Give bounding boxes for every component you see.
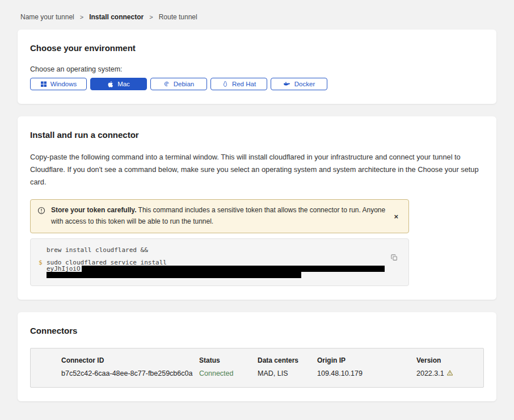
os-button-redhat[interactable]: Red Hat bbox=[210, 78, 267, 90]
connectors-title: Connectors bbox=[30, 326, 484, 335]
col-header-status: Status bbox=[199, 356, 258, 364]
cell-connector-id: b7c52c42-6caa-48ee-8c77-fbe259cb6c0a bbox=[61, 369, 199, 378]
os-button-docker[interactable]: Docker bbox=[271, 78, 327, 90]
token-prefix: eyJhIjoiO bbox=[47, 266, 81, 272]
alert-circle-icon bbox=[37, 207, 45, 219]
breadcrumb-route-tunnel[interactable]: Route tunnel bbox=[159, 13, 197, 21]
install-connector-card: Install and run a connector Copy-paste t… bbox=[18, 116, 496, 300]
cell-version: 2022.3.1 bbox=[416, 369, 478, 378]
os-select-label: Choose an operating system: bbox=[30, 65, 484, 73]
code-line-token-2 bbox=[39, 272, 401, 278]
version-warning-icon bbox=[446, 369, 453, 378]
code-line-token: eyJhIjoiO bbox=[39, 266, 401, 272]
col-header-origin-ip: Origin IP bbox=[317, 356, 416, 364]
col-header-connector-id: Connector ID bbox=[61, 356, 199, 364]
token-warning-banner: Store your token carefully. This command… bbox=[30, 199, 409, 233]
docker-logo-icon bbox=[283, 81, 291, 87]
shell-prompt: $ bbox=[39, 259, 47, 266]
redacted-token-bar bbox=[47, 272, 301, 278]
redacted-token-bar bbox=[82, 266, 385, 272]
apple-logo-icon bbox=[107, 81, 114, 88]
os-button-label: Red Hat bbox=[232, 81, 256, 87]
copy-command-button[interactable] bbox=[390, 254, 398, 263]
os-button-group: Windows Mac Debian Red Hat bbox=[30, 78, 484, 90]
os-button-windows[interactable]: Windows bbox=[30, 78, 87, 90]
code-line-brew: brew install cloudflared && bbox=[39, 247, 401, 253]
cell-origin-ip: 109.48.10.179 bbox=[317, 369, 416, 378]
debian-logo-icon bbox=[163, 81, 170, 87]
os-button-mac[interactable]: Mac bbox=[90, 78, 147, 90]
code-line-sudo: $ sudo cloudflared service install bbox=[39, 259, 401, 266]
tunnel-setup-page: Name your tunnel > Install connector > R… bbox=[0, 0, 514, 420]
install-connector-title: Install and run a connector bbox=[30, 130, 484, 140]
breadcrumb: Name your tunnel > Install connector > R… bbox=[18, 0, 496, 30]
breadcrumb-install-connector[interactable]: Install connector bbox=[89, 13, 144, 21]
code-text-brew: brew install cloudflared && bbox=[47, 247, 148, 253]
col-header-data-centers: Data centers bbox=[258, 356, 317, 364]
version-value: 2022.3.1 bbox=[416, 369, 444, 377]
cell-status: Connected bbox=[199, 369, 258, 378]
choose-environment-card: Choose your environment Choose an operat… bbox=[18, 30, 496, 104]
token-warning-text: Store your token carefully. This command… bbox=[51, 205, 386, 228]
redhat-logo-icon bbox=[222, 81, 229, 87]
windows-logo-icon bbox=[40, 81, 47, 87]
token-warning-bold: Store your token carefully. bbox=[51, 206, 137, 214]
install-description: Copy-paste the following command into a … bbox=[30, 151, 484, 188]
choose-environment-title: Choose your environment bbox=[30, 43, 484, 53]
install-command-code-block: brew install cloudflared && $ sudo cloud… bbox=[30, 238, 409, 286]
connectors-card: Connectors Connector ID Status Data cent… bbox=[18, 312, 496, 401]
col-header-version: Version bbox=[416, 356, 478, 364]
breadcrumb-separator: > bbox=[80, 14, 83, 20]
os-button-label: Windows bbox=[50, 81, 77, 87]
breadcrumb-separator: > bbox=[149, 14, 153, 20]
os-button-label: Debian bbox=[174, 81, 194, 87]
os-button-label: Mac bbox=[117, 81, 130, 87]
os-button-debian[interactable]: Debian bbox=[150, 78, 207, 90]
os-button-label: Docker bbox=[294, 81, 315, 87]
warning-close-button[interactable]: × bbox=[391, 211, 401, 222]
connectors-table: Connector ID Status Data centers Origin … bbox=[30, 348, 484, 388]
cell-data-centers: MAD, LIS bbox=[258, 369, 317, 378]
breadcrumb-name-your-tunnel[interactable]: Name your tunnel bbox=[20, 13, 74, 21]
